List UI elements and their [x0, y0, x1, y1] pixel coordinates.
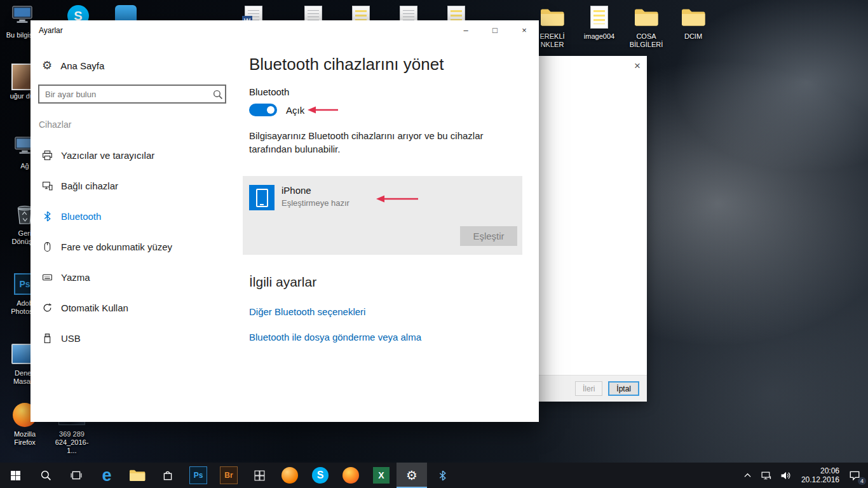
folder-icon — [129, 469, 146, 482]
sidebar-item-printers[interactable]: Yazıcılar ve tarayıcılar — [31, 141, 248, 169]
desktop-icon-label: Ağ — [20, 162, 29, 170]
desktop-icon-label: Mozilla Firefox — [4, 430, 45, 447]
bridge-button[interactable]: Br — [214, 463, 244, 488]
volume-icon[interactable] — [776, 463, 796, 488]
settings-gear-icon: ⚙ — [406, 469, 417, 482]
pair-button[interactable]: Eşleştir — [460, 226, 517, 246]
link-other-bluetooth-options[interactable]: Diğer Bluetooth seçenekleri — [249, 306, 365, 317]
task-view-button[interactable] — [61, 463, 92, 488]
search-input[interactable] — [38, 85, 226, 104]
close-button[interactable]: × — [510, 20, 539, 39]
excel-icon: X — [373, 467, 390, 484]
start-button[interactable] — [0, 463, 31, 488]
wizard-next-button[interactable]: İleri — [575, 381, 602, 396]
sidebar-section-label: Cihazlar — [39, 119, 71, 130]
annotation-arrow — [306, 105, 339, 114]
bluetooth-toggle-label: Bluetooth — [249, 86, 289, 97]
sidebar-item-label: USB — [61, 333, 81, 344]
clock-date: 20.12.2016 — [801, 475, 839, 484]
orange-app-button[interactable] — [275, 463, 305, 488]
titlebar[interactable]: Ayarlar – □ × — [31, 20, 539, 41]
sidebar-item-autoplay[interactable]: Otomatik Kullan — [31, 294, 248, 322]
connected-devices-icon — [42, 180, 53, 191]
sidebar-item-connected-devices[interactable]: Bağlı cihazlar — [31, 172, 248, 200]
clock-time: 20:06 — [801, 466, 839, 475]
device-list-item[interactable]: iPhone Eşleştirmeye hazır Eşleştir — [243, 176, 522, 255]
folder-icon — [633, 4, 660, 30]
document-icon — [586, 4, 613, 30]
sidebar-item-bluetooth[interactable]: Bluetooth — [31, 202, 248, 230]
sidebar-item-mouse-touchpad[interactable]: Fare ve dokunmatik yüzey — [31, 233, 248, 261]
sidebar-item-label: Bağlı cihazlar — [61, 180, 118, 191]
bluetooth-taskbar-button[interactable] — [427, 463, 458, 488]
annotation-arrow — [375, 194, 419, 203]
system-tray: 20:06 20.12.2016 4 — [738, 463, 868, 488]
device-name: iPhone — [281, 185, 311, 196]
autoplay-icon — [42, 302, 53, 313]
page-title: Bluetooth cihazlarını yönet — [249, 55, 444, 74]
sidebar-item-label: Bluetooth — [61, 211, 101, 222]
taskbar-apps: e Ps Br S X ⚙ — [0, 463, 458, 488]
folder-icon — [539, 4, 566, 30]
bridge-icon: Br — [220, 466, 238, 484]
sidebar-item-typing[interactable]: Yazma — [31, 263, 248, 291]
store-button[interactable] — [153, 463, 183, 488]
taskbar-clock[interactable]: 20:06 20.12.2016 — [796, 466, 845, 484]
folder-icon — [680, 4, 707, 30]
edge-icon: e — [102, 467, 111, 484]
search-icon[interactable] — [212, 89, 223, 100]
desktop-icon-image004[interactable]: image004 — [578, 4, 620, 41]
desktop-icon-cosa-bilgileri[interactable]: COSA BİLGİLERİ — [625, 4, 667, 49]
sidebar-item-usb[interactable]: USB — [31, 324, 248, 352]
link-bluetooth-file-transfer[interactable]: Bluetooth ile dosya gönderme veya alma — [249, 332, 421, 342]
maximize-button[interactable]: □ — [480, 20, 510, 39]
sidebar-item-label: Fare ve dokunmatik yüzey — [61, 241, 172, 252]
wizard-window: × İleri İptal — [539, 56, 647, 402]
sidebar-item-label: Yazma — [61, 272, 90, 283]
skype-icon: S — [312, 467, 329, 484]
desktop-icon-label: image004 — [584, 32, 614, 41]
minimize-button[interactable]: – — [451, 20, 480, 39]
keyboard-icon — [42, 272, 53, 283]
shopping-bag-icon — [162, 470, 173, 481]
device-status: Eşleştirmeye hazır — [281, 198, 349, 208]
desktop-icon-label: COSA BİLGİLERİ — [626, 32, 667, 49]
window-title: Ayarlar — [39, 26, 63, 35]
bluetooth-toggle[interactable] — [249, 104, 277, 116]
action-center-button[interactable]: 4 — [845, 463, 864, 488]
firefox-button[interactable] — [336, 463, 366, 488]
bluetooth-icon — [437, 470, 448, 481]
gear-icon: ⚙ — [42, 60, 52, 71]
task-view-icon — [71, 470, 82, 481]
wizard-close-icon[interactable]: × — [634, 60, 641, 72]
bluetooth-description: Bilgisayarınız Bluetooth cihazlarını arı… — [249, 129, 526, 156]
edge-button[interactable]: e — [92, 463, 122, 488]
sidebar-item-label: Otomatik Kullan — [61, 302, 128, 313]
printer-icon — [42, 150, 53, 161]
file-explorer-button[interactable] — [122, 463, 153, 488]
photoshop-button[interactable]: Ps — [183, 463, 214, 488]
settings-window: Ayarlar – □ × ⚙ Ana Sayfa Cihazlar Yazıc… — [31, 20, 539, 422]
settings-taskbar-button[interactable]: ⚙ — [397, 463, 427, 488]
sidebar-item-home[interactable]: ⚙ Ana Sayfa — [31, 55, 248, 76]
photoshop-icon: Ps — [189, 466, 207, 484]
related-settings-heading: İlgili ayarlar — [249, 274, 316, 290]
desktop-icon-dcim[interactable]: DCIM — [672, 4, 714, 41]
wizard-cancel-button[interactable]: İptal — [608, 381, 639, 396]
desktop-icon-label: DCIM — [684, 32, 702, 41]
mouse-icon — [42, 241, 53, 252]
sidebar-item-label: Yazıcılar ve tarayıcılar — [61, 150, 154, 161]
windows-app-icon — [254, 470, 265, 481]
tray-chevron-icon[interactable] — [738, 463, 757, 488]
usb-icon — [42, 333, 53, 344]
window-controls: – □ × — [451, 20, 539, 39]
excel-button[interactable]: X — [366, 463, 397, 488]
desktop-icon-label: 369 289 624_2016-1... — [51, 430, 92, 455]
taskbar-search-button[interactable] — [31, 463, 61, 488]
notification-badge: 4 — [858, 477, 866, 485]
skype-button[interactable]: S — [305, 463, 336, 488]
windows-app-button[interactable] — [244, 463, 275, 488]
network-icon[interactable] — [757, 463, 776, 488]
firefox-icon — [342, 467, 359, 484]
bluetooth-icon — [42, 211, 53, 222]
